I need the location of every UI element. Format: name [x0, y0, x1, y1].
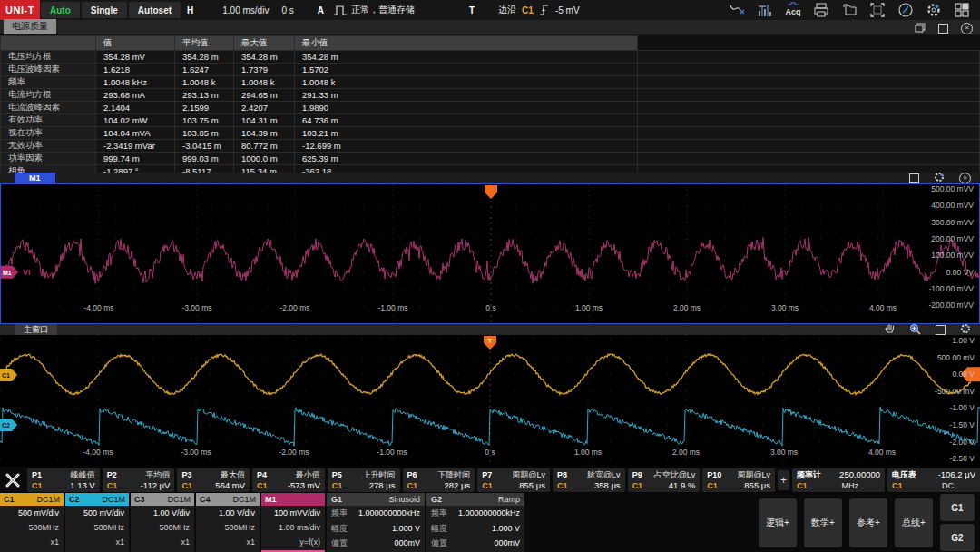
y-axis-label: 200.00 mVV — [931, 234, 974, 243]
table-row[interactable]: 功率因素999.74 m999.03 m1000.0 m625.39 m — [1, 153, 980, 165]
measurement-name: 有效功率 — [1, 114, 96, 127]
generator-box-g1[interactable]: G1Sinusoid频率1.000000000kHz幅度1.000 V偏置000… — [327, 493, 425, 552]
freq-counter-box[interactable]: 频率计250.00000C1MHz — [792, 468, 885, 492]
table-row[interactable]: 有效功率104.02 mW103.75 m104.31 m64.736 m — [1, 114, 980, 127]
setting-label: 偏置 — [431, 536, 447, 551]
measurement-value: 103.85 m — [175, 127, 234, 140]
measurement-value: -3.0415 m — [175, 140, 234, 153]
measurement-slot-p8[interactable]: P8脉宽@LvC1358 μs — [553, 468, 625, 492]
settings-gear-icon[interactable] — [934, 172, 945, 184]
measurement-slot-p10[interactable]: P10周期@LvC1855 μs — [702, 468, 775, 492]
measurement-value: 80.772 m — [234, 140, 295, 153]
channel-header: M1 — [261, 493, 325, 506]
close-icon[interactable]: × — [959, 172, 971, 184]
side-button-逻辑[interactable]: 逻辑+ — [759, 498, 797, 547]
measurement-slot-p9[interactable]: P9占空比@LvC141.9 % — [628, 468, 701, 492]
trigger-source[interactable]: C1 — [522, 5, 534, 15]
measurement-value: -573 mV — [288, 480, 320, 491]
voltmeter-box[interactable]: 电压表-106.2 μVC1DC — [887, 468, 980, 492]
tab-main-window[interactable]: 主窗口 — [15, 324, 57, 335]
side-button-参考[interactable]: 参考+ — [849, 498, 887, 547]
restore-icon[interactable] — [915, 23, 926, 34]
run-state-button[interactable]: Auto — [41, 2, 80, 18]
measurement-id: P3 — [181, 469, 191, 480]
y-axis-label: 1.00 V — [952, 336, 975, 345]
apps-icon[interactable] — [951, 2, 973, 18]
table-row[interactable]: 电流波峰因素2.14042.15992.42071.9890 — [1, 102, 980, 114]
freq-counter-value: 250.00000 — [839, 469, 880, 480]
generator-box-g2[interactable]: G2Ramp频率1.000000000kHz幅度1.000 V偏置000mV — [426, 493, 524, 552]
measurement-slot-p4[interactable]: P4最小值C1-573 mV — [252, 468, 325, 492]
c2-channel-tag[interactable]: C2 — [0, 419, 17, 431]
measure-tools-icon[interactable] — [0, 468, 24, 492]
generator-button-g2[interactable]: G2 — [940, 524, 975, 551]
screen-capture-icon[interactable] — [867, 2, 888, 18]
measurement-slot-p3[interactable]: P3最大值C1564 mV — [177, 468, 250, 492]
close-icon[interactable]: × — [961, 23, 973, 34]
channel-box-c3[interactable]: C3DC1M1.00 V/div500MHzx1 — [131, 493, 194, 552]
measurement-slot-p5[interactable]: P5上升时间C1278 μs — [328, 468, 400, 492]
empty-cell — [637, 153, 980, 165]
table-row[interactable]: 视在功率104.04 mVA103.85 m104.39 m103.21 m — [1, 127, 980, 140]
trigger-position-marker[interactable]: T — [484, 336, 496, 350]
svg-text:VI: VI — [23, 268, 31, 277]
trigger-position-marker[interactable] — [485, 185, 497, 199]
channel-box-m1[interactable]: M1100 mVV/div1.00 ms/divy=f(x) — [261, 493, 325, 552]
fft-icon[interactable] — [754, 2, 776, 18]
empty-cell — [637, 127, 980, 140]
table-row[interactable]: 电压波峰因素1.62181.62471.73791.5702 — [1, 64, 980, 76]
acq-icon[interactable]: Acq — [782, 2, 804, 18]
main-waveform-window[interactable]: TC1C21.00 V500.00 mV0.00 V-500.00 mV-1.0… — [0, 335, 980, 466]
add-measurement-button[interactable]: + — [778, 470, 789, 490]
setting-label: 频率 — [431, 506, 447, 521]
channel-box-c4[interactable]: C4DC1M1.00 V/div500MHzx1 — [196, 493, 260, 552]
brand-logo: UNI-T — [0, 0, 40, 20]
single-button[interactable]: Single — [82, 2, 127, 18]
channel-setting: 500 mV/div — [65, 506, 129, 520]
measurement-value: 1.0048 k — [175, 76, 234, 89]
channel-box-c2[interactable]: C2DC1M500 mV/div500MHzx1 — [65, 493, 129, 552]
table-row[interactable]: 频率1.0048 kHz1.0048 k1.0048 k1.0048 k — [1, 76, 980, 89]
settings-gear-icon[interactable] — [960, 323, 971, 336]
measurement-slot-p7[interactable]: P7周期@LvC1855 μs — [477, 468, 550, 492]
channel-setting: 500MHz — [196, 520, 260, 535]
channel-box-c1[interactable]: C1DC1M500 mV/div500MHzx1 — [0, 493, 64, 552]
generator-button-g1[interactable]: G1 — [940, 494, 975, 521]
print-icon[interactable] — [810, 2, 832, 18]
channel-id: C2 — [69, 495, 80, 504]
cursor-measure-icon[interactable] — [726, 2, 748, 18]
setting-label: 偏置 — [331, 536, 348, 551]
table-row[interactable]: 电压均方根354.28 mV354.28 m354.28 m354.28 m — [1, 51, 980, 64]
m1-waveform-window[interactable]: M1VI500.00 mVV400.00 mVV300.00 mVV200.00… — [0, 183, 980, 324]
tab-m1[interactable]: M1 — [15, 172, 55, 183]
c1-channel-tag[interactable]: C1 — [0, 369, 17, 381]
settings-icon[interactable] — [923, 2, 945, 18]
side-button-总线[interactable]: 总线+ — [895, 498, 933, 547]
trigger-level-value[interactable]: -5 mV — [555, 5, 580, 15]
utility-icon[interactable] — [895, 2, 916, 18]
channel-id: M1 — [265, 495, 277, 504]
measurement-value: 1.6247 — [175, 64, 234, 76]
timebase-value[interactable]: 1.00 ms/div — [222, 5, 269, 15]
m1-channel-tag[interactable]: M1VI — [1, 266, 31, 279]
side-button-数学[interactable]: 数学+ — [804, 498, 842, 547]
maximize-icon[interactable] — [938, 24, 948, 34]
trigger-type[interactable]: 边沿 — [498, 4, 516, 16]
column-header: 值 — [96, 36, 175, 51]
maximize-icon[interactable] — [909, 173, 919, 183]
measurement-value: 1.0048 kHz — [96, 76, 175, 89]
table-row[interactable]: 电流均方根293.68 mA293.13 m294.65 m291.33 m — [1, 89, 980, 102]
acquisition-mode[interactable]: 正常，普通存储 — [351, 4, 415, 16]
empty-cell — [637, 76, 980, 89]
horizontal-offset-value[interactable]: 0 s — [281, 5, 293, 15]
autoset-button[interactable]: Autoset — [129, 2, 181, 18]
table-row[interactable]: 无效功率-2.3419 mVar-3.0415 m80.772 m-12.699… — [1, 140, 980, 153]
measurement-slot-p1[interactable]: P1峰峰值C11.13 V — [27, 468, 100, 492]
measurement-slot-p6[interactable]: P6下降时间C1282 μs — [403, 468, 475, 492]
file-manager-icon[interactable] — [838, 2, 860, 18]
tab-power-quality[interactable]: 电源质量 — [4, 19, 56, 34]
measurement-slot-p2[interactable]: P2平均值C1-112 μV — [103, 468, 175, 492]
maximize-icon[interactable] — [936, 325, 946, 335]
measurement-name: 电流波峰因素 — [1, 102, 96, 114]
measurement-value: 354.28 m — [175, 51, 234, 64]
